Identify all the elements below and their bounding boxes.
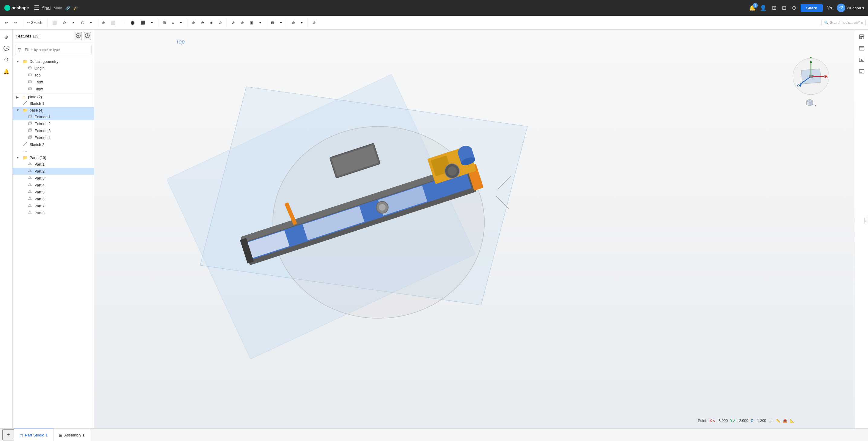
more-1-icon: ▾	[90, 21, 92, 25]
tool-transform[interactable]: ≡	[169, 19, 177, 26]
tree-item-parts[interactable]: ▼ 📁 Parts (10)	[13, 154, 94, 161]
tool-section-view[interactable]: ⊕	[238, 19, 246, 26]
tool-view[interactable]: ⊗	[229, 19, 237, 26]
part-studio-tab-icon: ◻	[20, 433, 23, 438]
tree-item-part5[interactable]: Part 5	[13, 188, 94, 196]
tool-more-view[interactable]: ▾	[278, 19, 284, 26]
hamburger-menu[interactable]: ☰	[34, 4, 39, 11]
tree-item-origin[interactable]: Origin	[13, 65, 94, 71]
bottom-tabs: + ◻ Part Studio 1 ⊞ Assembly 1	[0, 428, 868, 441]
tree-item-front[interactable]: Front	[13, 79, 94, 86]
tree-item-plate[interactable]: ▶ ⚠ plate (2)	[13, 94, 94, 100]
tree-item-extrude4[interactable]: Extrude 4	[13, 134, 94, 141]
undo-button[interactable]: ↩	[2, 19, 10, 26]
tree-item-top[interactable]: Top	[13, 71, 94, 79]
grid-view-icon[interactable]: ⊞	[771, 3, 778, 12]
tool-boolean[interactable]: ⊞	[160, 19, 168, 26]
viewport-3d[interactable]: Top	[94, 30, 855, 428]
sketch-label: Sketch	[31, 21, 42, 25]
assembly-tab[interactable]: ⊞ Assembly 1	[54, 429, 90, 441]
right-icon-2[interactable]	[857, 43, 867, 53]
feature-history-button[interactable]	[84, 32, 91, 40]
tool-simulation[interactable]: ⊙	[216, 19, 224, 26]
tree-item-sketch1[interactable]: Sketch 1	[13, 100, 94, 107]
graduation-icon[interactable]: 🎓	[73, 5, 79, 10]
redo-button[interactable]: ↪	[11, 19, 19, 26]
tree-item-part2[interactable]: Part 2	[13, 168, 94, 175]
tree-item-part8[interactable]: Part 8	[13, 209, 94, 216]
history-button[interactable]: ⏱	[1, 55, 11, 65]
sketch-button[interactable]: ✏ Sketch	[25, 19, 45, 26]
history-icon: ⏱	[4, 57, 9, 63]
tree-label: Sketch 2	[30, 143, 44, 147]
ruler-icon-coord[interactable]: 📐	[790, 419, 794, 423]
add-tab-button[interactable]: +	[2, 429, 14, 440]
coord-z-label: Z↑	[751, 419, 755, 423]
tree-item-extrude2[interactable]: Extrude 2	[13, 120, 94, 127]
filter-input[interactable]	[22, 46, 89, 54]
toolbar-separator-9	[308, 19, 308, 27]
tool-grid[interactable]: ⊞	[269, 19, 276, 26]
tool-revolve[interactable]: ⊙	[60, 19, 68, 26]
tree-item-part7[interactable]: Part 7	[13, 203, 94, 209]
expand-arrow-parts: ▼	[16, 156, 21, 159]
tool-fillet[interactable]: ⊕	[99, 19, 107, 26]
tool-measure[interactable]: ⊕	[189, 19, 197, 26]
tool-more-5[interactable]: ▾	[299, 19, 305, 26]
tool-more-2[interactable]: ▾	[149, 19, 155, 26]
right-icon-1[interactable]	[857, 32, 867, 42]
tool-more-1[interactable]: ▾	[88, 19, 94, 26]
tree-item-default-geom[interactable]: ▼ 📁 Default geometry	[13, 58, 94, 65]
tree-label: Part 1	[34, 162, 44, 167]
notification-button[interactable]: 🔔	[1, 66, 11, 76]
tool-extrude[interactable]: ⬜	[50, 19, 59, 26]
tool-shell[interactable]: ⬤	[128, 19, 137, 26]
tool-loft[interactable]: ⬡	[79, 19, 86, 26]
link-icon[interactable]: 🔗	[65, 5, 70, 10]
svg-point-19	[26, 101, 27, 102]
search-tools-input[interactable]: 🔍 Search tools... alt/^ c	[822, 19, 866, 26]
measure-icon: ⊕	[192, 21, 195, 25]
user-menu[interactable]: YZ Yu Zhou ▾	[837, 4, 864, 12]
tool-move-face[interactable]: ⊕	[289, 19, 297, 26]
add-feature-button[interactable]	[74, 32, 82, 40]
tool-rib[interactable]: ⬛	[138, 19, 148, 26]
section-view-icon: ⊕	[241, 21, 244, 25]
tree-item-extrude3[interactable]: Extrude 3	[13, 127, 94, 134]
tree-item-extrude1[interactable]: Extrude 1	[13, 113, 94, 120]
tool-more-3[interactable]: ▾	[178, 19, 184, 26]
tree-item-sketch2[interactable]: Sketch 2	[13, 141, 94, 148]
export-icon-coord[interactable]: 📤	[783, 419, 787, 423]
tool-more-display[interactable]: ▾	[257, 19, 264, 26]
svg-rect-72	[861, 36, 862, 37]
tool-draft[interactable]: ◻	[119, 19, 127, 26]
tool-display[interactable]: ▣	[247, 19, 256, 26]
tool-chamfer[interactable]: ⬜	[108, 19, 118, 26]
add-part-button[interactable]: ⊕	[1, 32, 11, 42]
toolbar-separator-4	[158, 19, 158, 27]
right-icon-4[interactable]	[857, 66, 867, 76]
comment-button[interactable]: 💬	[1, 43, 11, 53]
part-studio-tab[interactable]: ◻ Part Studio 1	[14, 429, 54, 441]
measure-icon-coord[interactable]: 📏	[776, 419, 780, 423]
tree-label: Default geometry	[30, 60, 58, 64]
notifications-button[interactable]: 🔔 3	[749, 4, 755, 11]
help-button[interactable]: ?▾	[826, 3, 834, 12]
tool-sweep[interactable]: ✂	[69, 19, 78, 26]
tool-crosshair[interactable]: ⊕	[310, 19, 318, 26]
tree-item-right[interactable]: Right	[13, 86, 94, 92]
extrude-icon-2	[27, 121, 33, 126]
right-icon-3[interactable]	[857, 55, 867, 65]
tree-item-part3[interactable]: Part 3	[13, 175, 94, 182]
share-button[interactable]: Share	[801, 4, 823, 12]
apps-icon[interactable]: ⊙	[790, 3, 798, 12]
tree-item-base[interactable]: ▼ 📁 base (4)	[13, 107, 94, 113]
tree-item-part6[interactable]: Part 6	[13, 196, 94, 203]
compare-icon[interactable]: ⊟	[781, 3, 787, 12]
tree-item-part1[interactable]: Part 1	[13, 161, 94, 168]
tree-item-part4[interactable]: Part 4	[13, 182, 94, 188]
profile-icon[interactable]: 👤	[758, 3, 768, 12]
cube-view-button[interactable]: ▾	[791, 98, 831, 108]
tool-appearances[interactable]: ◈	[208, 19, 215, 26]
tool-mate-icon[interactable]: ⊗	[198, 19, 206, 26]
